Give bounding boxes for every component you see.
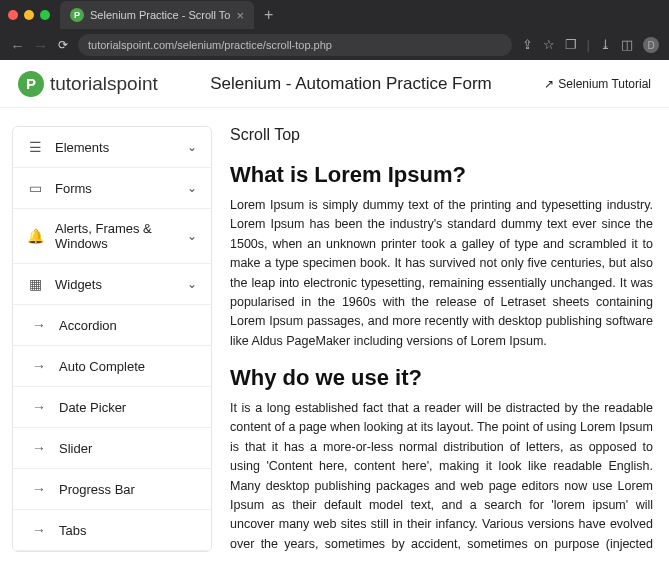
logo-mark-icon: P (18, 71, 44, 97)
sidebar-subitem-autocomplete[interactable]: → Auto Complete (13, 346, 211, 387)
paragraph: Lorem Ipsum is simply dummy text of the … (230, 196, 653, 351)
chevron-down-icon: ⌄ (187, 181, 197, 195)
star-icon[interactable]: ☆ (543, 37, 555, 53)
sidebar-item-label: Slider (59, 441, 197, 456)
bell-icon: 🔔 (27, 228, 43, 244)
sidebar-item-label: Elements (55, 140, 175, 155)
share-icon[interactable]: ⇪ (522, 37, 533, 53)
sidebar-item-forms[interactable]: ▭ Forms ⌄ (13, 168, 211, 209)
puzzle-icon[interactable]: ❐ (565, 37, 577, 53)
menu-icon: ☰ (27, 139, 43, 155)
panel-icon[interactable]: ◫ (621, 37, 633, 53)
sidebar-subitem-accordion[interactable]: → Accordion (13, 305, 211, 346)
arrow-right-icon: → (31, 358, 47, 374)
url-bar[interactable]: tutorialspoint.com/selenium/practice/scr… (78, 34, 512, 56)
arrow-right-icon: → (31, 522, 47, 538)
breadcrumb: Scroll Top (230, 126, 653, 144)
header-link[interactable]: ↗ Selenium Tutorial (544, 77, 651, 91)
header-link-label: Selenium Tutorial (558, 77, 651, 91)
arrow-right-icon: → (31, 440, 47, 456)
close-tab-icon[interactable]: × (236, 8, 244, 23)
page-title: Selenium - Automation Practice Form (158, 74, 545, 94)
sidebar-item-label: Alerts, Frames & Windows (55, 221, 175, 251)
sidebar-item-label: Auto Complete (59, 359, 197, 374)
sidebar-item-label: Widgets (55, 277, 175, 292)
sidebar-item-label: Forms (55, 181, 175, 196)
sidebar-subitem-datepicker[interactable]: → Date Picker (13, 387, 211, 428)
tab-title: Selenium Practice - Scroll To (90, 9, 230, 21)
heading-2: Why do we use it? (230, 365, 653, 391)
sidebar-item-alerts[interactable]: 🔔 Alerts, Frames & Windows ⌄ (13, 209, 211, 264)
arrow-right-icon: → (31, 317, 47, 333)
profile-icon[interactable]: D (643, 37, 659, 53)
sidebar-item-label: Tabs (59, 523, 197, 538)
chevron-down-icon: ⌄ (187, 229, 197, 243)
forward-button: → (33, 37, 48, 54)
sidebar-item-label: Date Picker (59, 400, 197, 415)
sidebar-subitem-tabs[interactable]: → Tabs (13, 510, 211, 551)
minimize-window-icon[interactable] (24, 10, 34, 20)
chevron-down-icon: ⌄ (187, 140, 197, 154)
chevron-down-icon: ⌄ (187, 277, 197, 291)
external-link-icon: ↗ (544, 77, 554, 91)
back-button[interactable]: ← (10, 37, 25, 54)
window-controls[interactable] (8, 10, 50, 20)
form-icon: ▭ (27, 180, 43, 196)
close-window-icon[interactable] (8, 10, 18, 20)
sidebar-item-elements[interactable]: ☰ Elements ⌄ (13, 127, 211, 168)
sidebar-subitem-progressbar[interactable]: → Progress Bar (13, 469, 211, 510)
arrow-right-icon: → (31, 399, 47, 415)
new-tab-button[interactable]: + (264, 6, 273, 24)
arrow-right-icon: → (31, 481, 47, 497)
sidebar: ☰ Elements ⌄ ▭ Forms ⌄ 🔔 Alerts, Frames … (12, 126, 212, 552)
browser-tab[interactable]: P Selenium Practice - Scroll To × (60, 1, 254, 29)
sidebar-item-label: Progress Bar (59, 482, 197, 497)
download-icon[interactable]: ⤓ (600, 37, 611, 53)
maximize-window-icon[interactable] (40, 10, 50, 20)
grid-icon: ▦ (27, 276, 43, 292)
sidebar-item-widgets[interactable]: ▦ Widgets ⌄ (13, 264, 211, 305)
logo[interactable]: P tutorialspoint (18, 71, 158, 97)
main-content: Scroll Top What is Lorem Ipsum? Lorem Ip… (226, 126, 657, 552)
sidebar-subitem-tooltips[interactable]: → Tool Tips (13, 551, 211, 552)
logo-text: tutorialspoint (50, 73, 158, 95)
divider: | (587, 37, 590, 53)
reload-button[interactable]: ⟳ (58, 38, 68, 52)
sidebar-subitem-slider[interactable]: → Slider (13, 428, 211, 469)
url-text: tutorialspoint.com/selenium/practice/scr… (88, 39, 332, 51)
sidebar-item-label: Accordion (59, 318, 197, 333)
heading-1: What is Lorem Ipsum? (230, 162, 653, 188)
favicon: P (70, 8, 84, 22)
paragraph: It is a long established fact that a rea… (230, 399, 653, 552)
